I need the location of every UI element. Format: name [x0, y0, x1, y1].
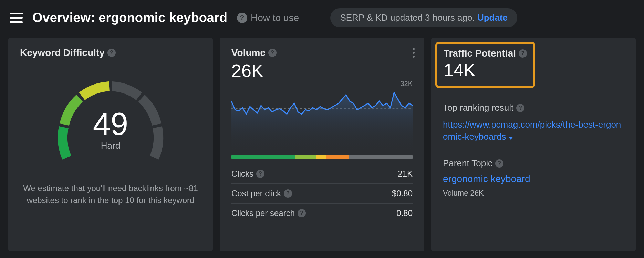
help-icon[interactable]: ? — [107, 49, 116, 57]
status-pill: SERP & KD updated 3 hours ago. Update — [330, 8, 517, 27]
help-icon[interactable]: ? — [284, 189, 292, 198]
page-title: Overview: ergonomic keyboard — [32, 10, 227, 25]
distribution-segment — [349, 155, 413, 159]
metric-value: 0.80 — [396, 208, 413, 218]
help-icon[interactable]: ? — [516, 104, 524, 112]
metric-label: Clicks per search? — [231, 208, 306, 218]
top-ranking-url[interactable]: https://www.pcmag.com/picks/the-best-erg… — [443, 119, 621, 142]
help-icon[interactable]: ? — [256, 170, 264, 178]
kd-description: We estimate that you'll need backlinks f… — [20, 182, 201, 207]
volume-distribution-bar — [231, 155, 413, 159]
card-volume: Volume ? 26K 32K Clicks?21KCost per clic… — [220, 38, 424, 251]
kd-gauge: 49 Hard — [49, 72, 173, 169]
parent-topic-volume: Volume 26K — [443, 189, 624, 198]
parent-topic-label: Parent Topic — [443, 158, 492, 169]
how-to-use-label: How to use — [251, 12, 299, 23]
help-icon[interactable]: ? — [298, 209, 306, 217]
how-to-use-link[interactable]: ? How to use — [237, 12, 299, 23]
volume-metric-row: Clicks?21K — [231, 164, 413, 183]
distribution-segment — [295, 155, 316, 159]
distribution-segment — [326, 155, 349, 159]
metric-value: $0.80 — [392, 189, 413, 198]
metric-label: Clicks? — [231, 169, 264, 179]
tp-title: Traffic Potential — [444, 48, 516, 59]
top-ranking-label: Top ranking result — [443, 102, 513, 113]
menu-icon[interactable] — [10, 13, 23, 23]
metric-label: Cost per click? — [231, 189, 292, 198]
help-icon: ? — [237, 13, 247, 23]
card-traffic-potential: Traffic Potential ? 14K Top ranking resu… — [431, 38, 636, 251]
metric-value: 21K — [398, 169, 413, 179]
volume-metric-row: Cost per click?$0.80 — [231, 183, 413, 203]
volume-title: Volume — [231, 47, 266, 58]
status-text: SERP & KD updated 3 hours ago. — [340, 12, 477, 23]
help-icon[interactable]: ? — [519, 49, 527, 58]
help-icon[interactable]: ? — [495, 159, 503, 168]
distribution-segment — [316, 155, 325, 159]
tp-value: 14K — [444, 60, 527, 80]
volume-metric-row: Clicks per search?0.80 — [231, 203, 413, 223]
more-icon[interactable] — [413, 48, 415, 58]
kd-score: 49 — [49, 106, 173, 142]
volume-peak-label: 32K — [400, 80, 413, 88]
kd-rating: Hard — [49, 140, 173, 151]
traffic-potential-highlight: Traffic Potential ? 14K — [435, 42, 535, 88]
volume-value: 26K — [231, 60, 413, 81]
distribution-segment — [231, 155, 295, 159]
kd-title: Keyword Difficulty — [20, 47, 105, 58]
volume-trend-chart: 32K — [231, 82, 413, 151]
help-icon[interactable]: ? — [268, 49, 277, 57]
update-link[interactable]: Update — [477, 12, 508, 23]
parent-topic-link[interactable]: ergonomic keyboard — [443, 173, 624, 185]
caret-down-icon[interactable] — [508, 137, 513, 140]
card-keyword-difficulty: Keyword Difficulty ? — [8, 38, 213, 251]
